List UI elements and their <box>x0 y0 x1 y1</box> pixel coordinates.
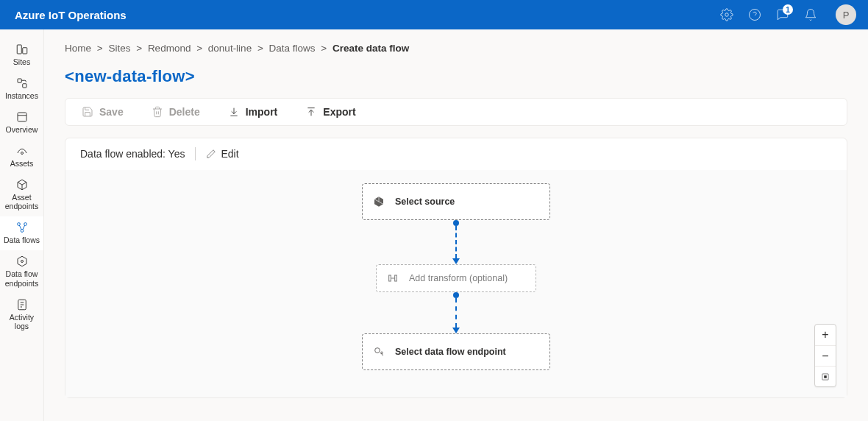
fit-icon <box>820 372 830 382</box>
avatar[interactable]: P <box>836 4 856 25</box>
sidenav-item-activity-logs[interactable]: Activity logs <box>0 294 43 336</box>
svg-point-11 <box>24 223 26 226</box>
svg-rect-4 <box>22 48 26 54</box>
flow-canvas[interactable]: Select source Add transform (optional) <box>65 170 847 397</box>
connector <box>452 220 460 264</box>
page-title: <new-data-flow> <box>65 67 847 86</box>
divider <box>195 147 196 160</box>
add-transform-node[interactable]: Add transform (optional) <box>376 264 536 292</box>
transform-label: Add transform (optional) <box>409 273 508 283</box>
svg-point-25 <box>375 348 380 353</box>
svg-point-1 <box>750 10 761 21</box>
sidenav: Sites Instances Overview Assets Asset en… <box>0 29 44 421</box>
svg-rect-3 <box>17 45 21 54</box>
instances-icon <box>15 77 29 90</box>
status-bar: Data flow enabled: Yes Edit <box>65 138 847 170</box>
main: Home > Sites > Redmond > donut-line > Da… <box>44 29 868 421</box>
endpoint-icon <box>373 346 385 358</box>
export-icon <box>305 106 317 118</box>
sidenav-label: Asset endpoints <box>1 193 42 210</box>
sidenav-label: Activity logs <box>1 313 42 330</box>
edit-button[interactable]: Edit <box>206 148 238 160</box>
assets-icon <box>15 144 29 158</box>
toolbar: Save Delete Import Export <box>65 98 847 126</box>
source-label: Select source <box>395 197 455 207</box>
crumb-sites[interactable]: Sites <box>108 43 130 54</box>
zoom-in-button[interactable]: + <box>815 325 836 345</box>
svg-rect-23 <box>395 275 397 281</box>
save-button: Save <box>82 106 124 118</box>
edit-label: Edit <box>221 148 238 160</box>
delete-label: Delete <box>169 106 200 118</box>
save-label: Save <box>99 106 124 118</box>
cube-icon <box>373 196 385 208</box>
transform-icon <box>387 272 399 284</box>
import-icon <box>228 106 240 118</box>
delete-button: Delete <box>152 106 200 118</box>
svg-point-9 <box>21 152 23 155</box>
sidenav-label: Instances <box>5 91 38 100</box>
save-icon <box>82 106 93 118</box>
breadcrumb: Home > Sites > Redmond > donut-line > Da… <box>65 43 847 54</box>
help-icon[interactable] <box>747 7 762 22</box>
import-label: Import <box>246 106 278 118</box>
crumb-current: Create data flow <box>332 43 409 54</box>
select-source-node[interactable]: Select source <box>362 183 550 220</box>
svg-rect-28 <box>824 375 827 378</box>
notification-badge: 1 <box>783 4 793 15</box>
settings-icon[interactable] <box>719 7 734 22</box>
dataflow-enabled-status: Data flow enabled: Yes <box>80 148 185 160</box>
crumb-donut-line[interactable]: donut-line <box>208 43 252 54</box>
sidenav-item-data-flow-endpoints[interactable]: Data flow endpoints <box>0 250 43 293</box>
crumb-home[interactable]: Home <box>65 43 91 54</box>
sidenav-item-instances[interactable]: Instances <box>0 72 43 106</box>
sites-icon <box>15 43 29 56</box>
sidenav-item-sites[interactable]: Sites <box>0 38 43 72</box>
svg-point-26 <box>381 352 383 354</box>
sidenav-label: Data flow endpoints <box>1 269 42 287</box>
crumb-data-flows[interactable]: Data flows <box>269 43 316 54</box>
import-button[interactable]: Import <box>228 106 278 118</box>
trash-icon <box>152 106 163 118</box>
svg-rect-6 <box>22 84 26 88</box>
canvas-card: Data flow enabled: Yes Edit Select sourc… <box>65 138 847 398</box>
zoom-fit-button[interactable] <box>815 366 836 386</box>
export-label: Export <box>323 106 355 118</box>
zoom-out-button[interactable]: − <box>815 345 836 366</box>
notifications-icon[interactable] <box>803 7 818 22</box>
export-button[interactable]: Export <box>305 106 355 118</box>
asset-endpoints-icon <box>15 178 29 191</box>
activity-logs-icon <box>15 298 29 311</box>
sidenav-label: Data flows <box>4 236 40 244</box>
sidenav-item-asset-endpoints[interactable]: Asset endpoints <box>0 174 43 216</box>
sidenav-label: Overview <box>6 125 38 134</box>
crumb-redmond[interactable]: Redmond <box>148 43 191 54</box>
edit-icon <box>206 149 216 159</box>
app-title: Azure IoT Operations <box>15 9 127 21</box>
connector <box>452 292 460 333</box>
sidenav-label: Assets <box>10 159 34 168</box>
sidenav-item-assets[interactable]: Assets <box>0 140 43 174</box>
sidenav-item-overview[interactable]: Overview <box>0 106 43 140</box>
topbar: Azure IoT Operations 1 P <box>0 0 868 29</box>
svg-rect-5 <box>18 79 21 82</box>
svg-point-12 <box>21 230 24 233</box>
svg-rect-22 <box>389 275 391 281</box>
svg-rect-7 <box>18 113 26 121</box>
sidenav-label: Sites <box>13 57 30 66</box>
overview-icon <box>15 110 29 124</box>
endpoint-label: Select data flow endpoint <box>395 347 506 357</box>
select-endpoint-node[interactable]: Select data flow endpoint <box>362 333 550 370</box>
svg-point-0 <box>725 13 729 17</box>
svg-point-10 <box>17 223 20 226</box>
feedback-icon[interactable]: 1 <box>775 7 790 22</box>
data-flows-icon <box>15 221 29 234</box>
zoom-controls: + − <box>814 324 836 387</box>
svg-point-13 <box>21 261 23 263</box>
data-flow-endpoints-icon <box>15 255 29 268</box>
sidenav-item-data-flows[interactable]: Data flows <box>0 216 43 250</box>
